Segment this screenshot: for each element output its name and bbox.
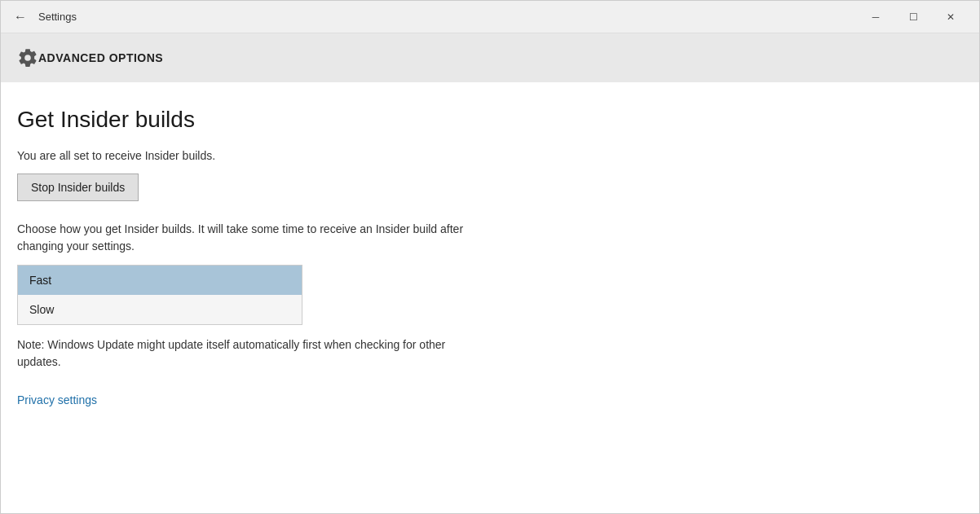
minimize-icon: ─ bbox=[872, 11, 880, 23]
maximize-button[interactable]: ☐ bbox=[894, 1, 932, 33]
back-button[interactable]: ← bbox=[11, 7, 30, 27]
close-button[interactable]: ✕ bbox=[932, 1, 969, 33]
dropdown-option-fast[interactable]: Fast bbox=[18, 266, 302, 295]
dropdown-option-slow[interactable]: Slow bbox=[18, 295, 302, 324]
choose-text: Choose how you get Insider builds. It wi… bbox=[17, 221, 482, 255]
stop-insider-builds-button[interactable]: Stop Insider builds bbox=[17, 174, 139, 201]
privacy-settings-link[interactable]: Privacy settings bbox=[17, 393, 97, 406]
content-area: Get Insider builds You are all set to re… bbox=[1, 82, 979, 513]
minimize-button[interactable]: ─ bbox=[857, 1, 894, 33]
window-controls: ─ ☐ ✕ bbox=[857, 1, 969, 33]
settings-window: ← Settings ─ ☐ ✕ ADVANCED OPTIONS Get In… bbox=[0, 0, 980, 514]
note-text: Note: Windows Update might update itself… bbox=[17, 336, 482, 371]
close-icon: ✕ bbox=[947, 11, 955, 23]
page-title: Get Insider builds bbox=[17, 107, 955, 133]
window-title: Settings bbox=[38, 11, 857, 23]
gear-icon bbox=[17, 47, 38, 68]
insider-build-speed-dropdown[interactable]: Fast Slow bbox=[17, 265, 302, 325]
maximize-icon: ☐ bbox=[909, 11, 918, 23]
header-bar: ADVANCED OPTIONS bbox=[1, 33, 979, 82]
title-bar: ← Settings ─ ☐ ✕ bbox=[1, 1, 979, 33]
back-icon: ← bbox=[14, 10, 27, 24]
status-text: You are all set to receive Insider build… bbox=[17, 149, 955, 162]
header-title: ADVANCED OPTIONS bbox=[38, 51, 163, 64]
